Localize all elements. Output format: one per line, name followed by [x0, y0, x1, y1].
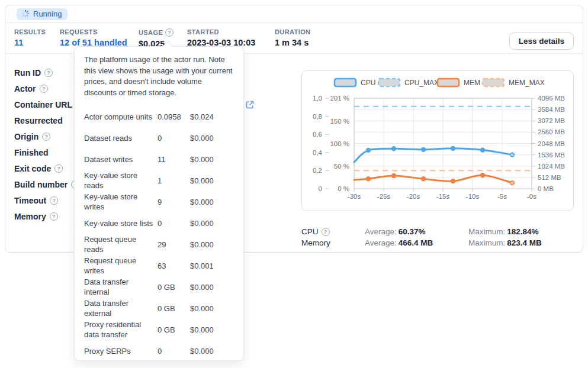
usage-row-quantity: 0 GB [158, 283, 190, 292]
summary-average: Average:60.37% [365, 227, 468, 236]
status-badge-running: Running [17, 8, 68, 20]
usage-row-label: Key-value store reads [84, 170, 158, 191]
help-icon[interactable]: ? [40, 85, 48, 93]
mem-point [510, 181, 515, 185]
mb-tick-label: 2560 MB [538, 128, 565, 135]
mb-tick-label: 1536 MB [538, 151, 565, 159]
mem-line [354, 175, 512, 183]
usage-row-quantity: 63 [158, 262, 190, 270]
usage-row-quantity: 0 GB [158, 325, 190, 334]
detail-label: Resurrected [14, 116, 63, 125]
usage-row-quantity: 0.0958 [158, 112, 190, 121]
average-prefix: Average: [365, 227, 397, 236]
detail-label: Exit code [14, 164, 51, 173]
usage-row-label: Dataset reads [84, 133, 158, 143]
usage-row-label: Proxy residential data transfer [84, 319, 158, 340]
status-strip: Running [5, 5, 583, 23]
cpu-line [354, 149, 512, 162]
usage-row-label: Proxy SERPs [84, 346, 158, 356]
percent-tick-label: 150 % [330, 118, 349, 125]
legend-label: CPU_MAX [404, 79, 439, 87]
percent-tick-label: 50 % [334, 163, 349, 170]
usage-row-price: $0.000 [190, 155, 234, 164]
help-icon[interactable]: ? [42, 133, 50, 141]
legend-swatch [335, 79, 356, 86]
cpu-point [510, 153, 515, 157]
help-icon[interactable]: ? [54, 164, 63, 173]
x-tick-label: -15s [436, 193, 450, 200]
usage-row: Request queue writes63$0.001 [84, 255, 234, 276]
usage-row-quantity: 1 [158, 176, 190, 185]
usage-row: Key-value store writes9$0.000 [84, 191, 234, 212]
usage-row-price: $0.024 [190, 112, 234, 121]
help-icon[interactable]: ? [165, 28, 173, 37]
external-link-icon[interactable] [245, 100, 255, 109]
cpu-point [422, 147, 426, 151]
left-outer-tick-label: 0 [319, 185, 322, 192]
average-prefix: Average: [365, 238, 397, 247]
stat-results: RESULTS11 [14, 28, 46, 47]
left-outer-tick-label: 0,6 [313, 131, 322, 138]
usage-row-label: Request queue reads [84, 234, 158, 254]
usage-row-label: Data transfer internal [84, 277, 158, 297]
stat-label-text: STARTED [187, 28, 219, 35]
usage-row: Request queue reads29$0.000 [84, 234, 234, 255]
usage-row-label: Key-value store lists [84, 218, 158, 228]
stat-value[interactable]: 11 [14, 38, 46, 47]
cpu-point [367, 149, 371, 153]
help-icon[interactable]: ? [50, 196, 58, 205]
usage-row: Dataset reads0$0.000 [84, 127, 234, 149]
x-tick-label: -0s [527, 193, 536, 200]
stat-label-text: RESULTS [14, 28, 46, 35]
usage-row-quantity: 11 [158, 155, 190, 164]
stat-label: DURATION [275, 28, 310, 35]
stat-duration: DURATION1 m 34 s [275, 28, 310, 47]
legend-item-cpu[interactable]: CPU [335, 79, 375, 87]
detail-label: Build number [14, 180, 68, 189]
help-icon[interactable]: ? [50, 212, 58, 221]
left-outer-tick-label: 1,0 [313, 95, 322, 102]
legend-item-mem[interactable]: MEM [438, 79, 480, 87]
mb-tick-label: 3584 MB [538, 106, 565, 113]
mem-point [367, 177, 371, 181]
legend-label: CPU [361, 79, 375, 87]
percent-tick-label: 0 % [338, 185, 349, 192]
usage-row: Dataset writes11$0.000 [84, 149, 234, 170]
legend-label: MEM_MAX [509, 79, 545, 87]
usage-row: Proxy SERPs0$0.000 [84, 340, 234, 361]
detail-label: Actor [14, 84, 36, 93]
mb-tick-label: 4096 MB [538, 95, 565, 102]
help-icon[interactable]: ? [322, 228, 330, 236]
spinner-icon [21, 9, 30, 18]
mb-tick-label: 3072 MB [538, 117, 565, 124]
usage-row: Data transfer external0 GB$0.000 [84, 298, 234, 319]
usage-row-price: $0.000 [190, 347, 234, 356]
cpu-point [392, 147, 396, 151]
legend-item-mem_max[interactable]: MEM_MAX [483, 79, 545, 87]
usage-row-quantity: 0 [158, 134, 190, 143]
mb-tick-label: 0 MB [538, 185, 554, 192]
mem-point [422, 177, 426, 181]
average-value: 466.4 MB [399, 238, 433, 247]
maximum-prefix: Maximum: [468, 238, 505, 247]
summary-row-cpu: CPU?Average:60.37%Maximum:182.84% [301, 226, 575, 237]
usage-row: Key-value store lists0$0.000 [84, 212, 234, 234]
stat-label: USAGE? [139, 28, 173, 37]
x-tick-label: -30s [348, 193, 361, 200]
less-details-button[interactable]: Less details [509, 33, 574, 50]
usage-row-label: Key-value store writes [84, 192, 158, 212]
mem-point [451, 179, 455, 183]
x-tick-label: -25s [377, 193, 391, 200]
help-icon[interactable]: ? [44, 69, 53, 77]
percent-tick-label: 100 % [330, 140, 349, 147]
usage-breakdown-table: Actor compute units0.0958$0.024Dataset r… [84, 106, 234, 361]
maximum-value: 182.84% [507, 227, 538, 236]
legend-swatch [483, 79, 504, 86]
stat-label-text: USAGE [139, 29, 163, 36]
summary-maximum: Maximum:823.4 MB [468, 238, 575, 247]
mb-tick-label: 512 MB [538, 174, 561, 181]
legend-item-cpu_max[interactable]: CPU_MAX [378, 79, 439, 87]
detail-label: Memory [14, 212, 46, 221]
legend-swatch [438, 79, 459, 86]
stat-label: STARTED [187, 28, 255, 35]
